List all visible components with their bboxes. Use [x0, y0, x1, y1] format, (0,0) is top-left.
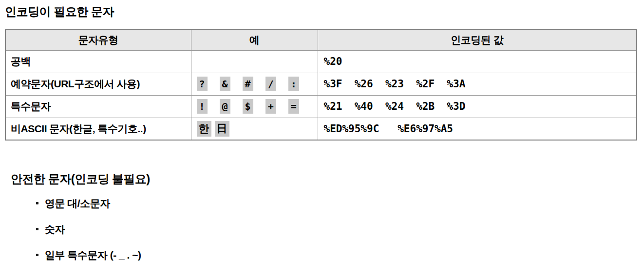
example-char: @ — [220, 99, 230, 114]
document-page: 인코딩이 필요한 문자 문자유형 예 인코딩된 값 공백 %20 예약문자(UR… — [0, 5, 644, 262]
char-type-cell: 공백 — [5, 50, 191, 73]
example-cell: !@$+= — [191, 95, 318, 118]
page-title: 인코딩이 필요한 문자 — [5, 5, 644, 19]
example-char: : — [288, 77, 299, 91]
bullet-icon — [36, 228, 38, 230]
section-title-safe-chars: 안전한 문자(인코딩 불필요) — [11, 172, 644, 186]
list-item-label: 영문 대/소문자 — [45, 197, 110, 210]
header-encoded-value: 인코딩된 값 — [318, 29, 637, 50]
example-char: + — [265, 99, 276, 114]
char-type-cell: 예약문자(URL구조에서 사용) — [5, 73, 191, 95]
header-char-type: 문자유형 — [5, 29, 191, 50]
char-type-cell: 비ASCII 문자(한글, 특수기호..) — [5, 118, 191, 140]
example-char: / — [265, 77, 276, 91]
example-char: # — [243, 77, 253, 91]
example-char: ! — [197, 99, 208, 114]
bullet-icon — [36, 254, 38, 256]
bullet-icon — [36, 202, 38, 204]
list-item-label: 일부 특수문자 (- _ . ~) — [45, 248, 141, 262]
encoded-value-cell: %ED%95%9C %E6%97%A5 — [318, 118, 637, 140]
list-item: 숫자 — [36, 222, 644, 236]
list-item-label: 숫자 — [45, 222, 65, 236]
example-char: = — [288, 99, 299, 114]
example-cell: 한日 — [191, 118, 318, 140]
example-char: ? — [197, 77, 208, 91]
encoding-table: 문자유형 예 인코딩된 값 공백 %20 예약문자(URL구조에서 사용) ?&… — [5, 29, 637, 141]
list-item: 일부 특수문자 (- _ . ~) — [36, 248, 644, 262]
header-example: 예 — [191, 29, 318, 50]
example-cell — [191, 50, 318, 73]
table-row-special: 특수문자 !@$+= %21 %40 %24 %2B %3D — [5, 95, 637, 118]
table-row-nonascii: 비ASCII 문자(한글, 특수기호..) 한日 %ED%95%9C %E6%9… — [5, 118, 637, 140]
char-type-cell: 특수문자 — [5, 95, 191, 118]
example-cell: ?&#/: — [191, 73, 318, 95]
encoded-value-cell: %3F %26 %23 %2F %3A — [318, 73, 637, 95]
table-header-row: 문자유형 예 인코딩된 값 — [5, 29, 637, 50]
encoded-value-cell: %21 %40 %24 %2B %3D — [318, 95, 637, 118]
example-char: $ — [243, 99, 253, 114]
table-row-reserved: 예약문자(URL구조에서 사용) ?&#/: %3F %26 %23 %2F %… — [5, 73, 637, 95]
example-char: & — [220, 77, 230, 91]
encoded-value-cell: %20 — [318, 50, 637, 73]
safe-char-list: 영문 대/소문자 숫자 일부 특수문자 (- _ . ~) — [36, 196, 644, 262]
example-char: 한 — [197, 121, 211, 137]
example-char: 日 — [215, 121, 229, 137]
table-row-space: 공백 %20 — [5, 50, 637, 73]
list-item: 영문 대/소문자 — [36, 196, 644, 210]
